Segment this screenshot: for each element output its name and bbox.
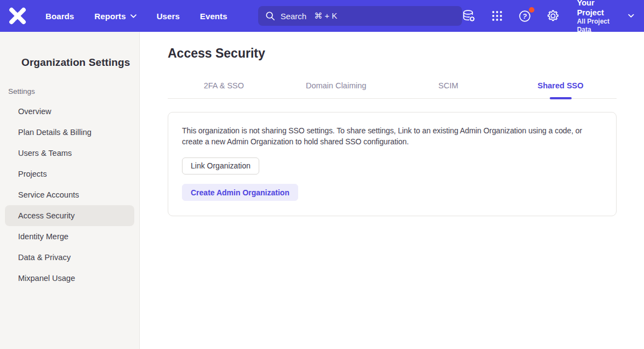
page-title: Access Security	[168, 46, 617, 61]
project-name: Your Project	[577, 0, 621, 18]
sidebar-title: Organization Settings	[21, 57, 139, 69]
navbar-actions: ? Your Project All Project Data	[462, 0, 634, 34]
sidebar-item-data-privacy[interactable]: Data & Privacy	[5, 247, 134, 268]
project-selector[interactable]: Your Project All Project Data	[577, 0, 634, 34]
notification-dot	[529, 7, 534, 13]
tab-2fa-sso[interactable]: 2FA & SSO	[168, 81, 280, 98]
svg-text:?: ?	[522, 12, 527, 20]
tab-bar: 2FA & SSO Domain Claiming SCIM Shared SS…	[168, 81, 617, 99]
sidebar-item-overview[interactable]: Overview	[5, 101, 134, 122]
sidebar-item-access-security[interactable]: Access Security	[5, 205, 134, 226]
nav-item-events[interactable]: Events	[200, 12, 227, 21]
shared-sso-card: This organization is not sharing SSO set…	[168, 112, 617, 216]
main-content: Access Security 2FA & SSO Domain Claimin…	[140, 32, 644, 349]
nav-item-reports-label: Reports	[94, 12, 126, 21]
help-icon[interactable]: ?	[518, 9, 532, 23]
settings-gear-icon[interactable]	[546, 9, 560, 23]
sidebar-item-plan-details-billing[interactable]: Plan Details & Billing	[5, 122, 134, 143]
global-search-input[interactable]: Search ⌘ + K	[258, 6, 462, 26]
data-management-icon[interactable]	[462, 9, 476, 23]
search-icon	[265, 11, 275, 21]
sidebar-item-projects[interactable]: Projects	[5, 164, 134, 184]
settings-sidebar: Organization Settings Settings Overview …	[0, 32, 140, 349]
nav-item-reports[interactable]: Reports	[94, 12, 136, 21]
top-navbar: Boards Reports Users Events Search ⌘ + K	[0, 0, 644, 32]
nav-item-boards[interactable]: Boards	[45, 12, 74, 21]
chevron-down-icon	[130, 14, 136, 18]
search-placeholder: Search	[281, 12, 307, 21]
nav-item-users[interactable]: Users	[157, 12, 180, 21]
sidebar-item-users-teams[interactable]: Users & Teams	[5, 143, 134, 164]
chevron-down-icon	[628, 14, 634, 18]
sidebar-item-identity-merge[interactable]: Identity Merge	[5, 226, 134, 247]
link-organization-button[interactable]: Link Organization	[182, 157, 259, 174]
tab-domain-claiming[interactable]: Domain Claiming	[280, 81, 392, 98]
sidebar-item-service-accounts[interactable]: Service Accounts	[5, 184, 134, 205]
tab-scim[interactable]: SCIM	[392, 81, 505, 98]
apps-grid-icon[interactable]	[490, 9, 504, 23]
sidebar-section-label: Settings	[8, 87, 139, 95]
sidebar-item-mixpanel-usage[interactable]: Mixpanel Usage	[5, 268, 134, 289]
mixpanel-logo-icon[interactable]	[9, 7, 26, 25]
search-shortcut: ⌘ + K	[314, 11, 337, 21]
primary-nav: Boards Reports Users Events	[45, 12, 227, 21]
project-selector-text: Your Project All Project Data	[577, 0, 621, 34]
tab-shared-sso[interactable]: Shared SSO	[504, 81, 617, 98]
create-admin-organization-button[interactable]: Create Admin Organization	[182, 184, 298, 201]
shared-sso-description: This organization is not sharing SSO set…	[182, 126, 602, 147]
